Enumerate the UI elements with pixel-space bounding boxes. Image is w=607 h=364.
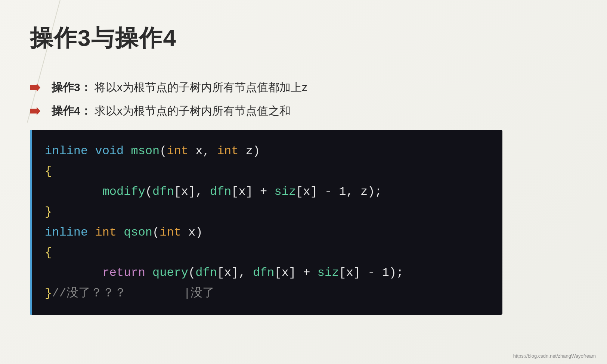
- bullet-arrow-1: [30, 84, 40, 92]
- watermark: https://blog.csdn.net/zhangWayofream: [513, 353, 596, 359]
- slide-container: 操作3与操作4 操作3： 将以x为根节点的子树内所有节点值都加上z 操作4： 求…: [0, 0, 607, 364]
- code-line-7: return query(dfn[x], dfn[x] + siz[x] - 1…: [45, 263, 487, 283]
- page-title: 操作3与操作4: [30, 22, 577, 54]
- bullet-item-1: 操作3： 将以x为根节点的子树内所有节点值都加上z: [30, 80, 577, 95]
- code-line-3: modify(dfn[x], dfn[x] + siz[x] - 1, z);: [45, 182, 487, 202]
- code-line-6: {: [45, 243, 487, 263]
- code-line-4: }: [45, 202, 487, 222]
- code-block: inline void mson(int x, int z) { modify(…: [30, 130, 502, 315]
- code-line-2: {: [45, 161, 487, 181]
- bullet-list: 操作3： 将以x为根节点的子树内所有节点值都加上z 操作4： 求以x为根节点的子…: [30, 80, 577, 119]
- code-line-8: }//没了？？？ |没了: [45, 283, 487, 304]
- bullet-item-2: 操作4： 求以x为根节点的子树内所有节点值之和: [30, 103, 577, 119]
- bullet-text-1: 操作3： 将以x为根节点的子树内所有节点值都加上z: [52, 80, 307, 95]
- code-line-5: inline int qson(int x): [45, 223, 487, 243]
- code-line-1: inline void mson(int x, int z): [45, 141, 487, 161]
- bullet-text-2: 操作4： 求以x为根节点的子树内所有节点值之和: [52, 103, 291, 119]
- bullet-arrow-2: [30, 107, 40, 115]
